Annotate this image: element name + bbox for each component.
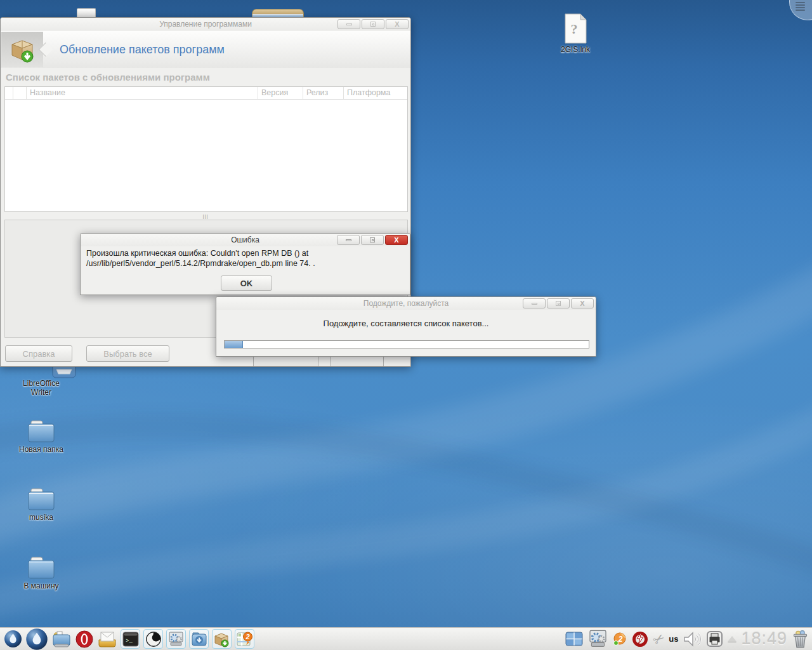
column-release[interactable]: Релиз [303,87,344,99]
plasma-toolbox-icon [796,2,805,12]
column-version[interactable]: Версия [258,87,303,99]
titlebar[interactable]: Ошибка X [81,234,410,246]
task-2gis[interactable]: 2 [235,629,254,649]
opera-browser-icon[interactable] [75,630,94,649]
window-title: Управление программами [159,20,252,29]
close-button[interactable]: X [385,235,408,245]
keyboard-layout-indicator[interactable]: us [669,634,678,644]
svg-text:2: 2 [245,633,249,640]
update-notifier-icon[interactable] [631,630,649,648]
page-title: Обновление пакетов программ [60,43,225,56]
folder-icon [14,419,69,444]
desktop-pager-icon[interactable] [565,632,583,646]
task-package-manager[interactable] [212,629,232,649]
maximize-button[interactable] [547,298,570,308]
file-manager-icon[interactable] [51,630,72,649]
header-chevron [39,43,53,57]
select-all-button[interactable]: Выбрать все [86,345,169,362]
print-manager-icon[interactable] [706,630,723,647]
close-button[interactable]: X [571,298,594,308]
close-button[interactable]: X [386,19,409,29]
splitter-handle[interactable]: ||| [1,213,410,219]
app-launcher-icon[interactable] [25,628,48,650]
background-icon-top-1 [77,8,96,17]
clipboard-scissors-icon[interactable]: ✂ [650,630,667,649]
volume-icon[interactable] [683,631,702,647]
window-header: Обновление пакетов программ [1,31,410,68]
progress-fill [225,341,243,348]
task-downloads-folder[interactable] [189,629,209,649]
folder-icon [14,555,69,581]
desktop-icon-new-folder[interactable]: Новая папка [14,419,69,454]
ok-button[interactable]: OK [221,275,272,291]
desktop-icon-label: 2GIS.lnk [548,46,603,55]
section-label: Список пакетов с обновлениями программ [6,72,210,83]
desktop-icon-label: Новая папка [14,446,69,454]
rosa-menu-icon[interactable] [4,630,22,648]
help-button[interactable]: Справка [5,345,72,362]
titlebar[interactable]: Подождите, пожалуйста X [216,297,596,310]
dialog-please-wait: Подождите, пожалуйста X Подождите, соста… [216,296,596,357]
mail-client-icon[interactable] [97,630,117,649]
error-message: Произошла критическая ошибка: Couldn't o… [86,249,407,269]
titlebar[interactable]: Управление программами X [1,18,410,30]
maximize-button[interactable] [361,235,384,245]
column-platform[interactable]: Платформа [344,87,407,99]
svg-text:2: 2 [617,635,622,644]
svg-text:>_: >_ [126,638,133,644]
minimize-button[interactable] [337,235,360,245]
tray-expander-icon[interactable] [728,636,737,642]
progress-bar [224,340,589,348]
desktop: ? 2GIS.lnk LibreOffice Writer Новая папк… [0,0,812,650]
presentation-settings-icon[interactable] [587,629,608,649]
dialog-title: Ошибка [231,235,259,244]
desktop-icon-2gis-lnk[interactable]: ? 2GIS.lnk [548,13,603,55]
column-checkbox[interactable] [5,87,13,99]
taskbar: >_ [0,627,812,650]
package-table[interactable]: Название Версия Релиз Платформа [4,86,408,212]
desktop-icon-label: musika [14,514,69,522]
dialog-error: Ошибка X Произошла критическая ошибка: C… [80,233,410,295]
task-firefox[interactable] [143,629,163,649]
trash-icon[interactable] [792,630,809,648]
svg-text:?: ? [571,21,578,37]
table-header: Название Версия Релиз Платформа [5,87,407,100]
desktop-icon-label: LibreOffice Writer [15,380,68,397]
background-icon-top-2 [252,9,304,17]
folder-icon [14,487,69,512]
unknown-file-icon: ? [548,13,603,44]
desktop-icon-musika[interactable]: musika [14,487,69,522]
minimize-button[interactable] [523,298,546,308]
package-update-icon [1,32,43,67]
task-control-center[interactable] [166,629,186,649]
column-name[interactable]: Название [27,87,258,99]
dialog-title: Подождите, пожалуйста [363,299,449,308]
desktop-icon-v-mashinu[interactable]: В машину [14,555,69,591]
minimize-button[interactable] [337,19,360,29]
wait-message: Подождите, составляется список пакетов..… [216,319,596,328]
clock[interactable]: 18:49 [741,629,787,649]
maximize-button[interactable] [362,19,384,29]
task-terminal[interactable]: >_ [121,629,140,649]
column-icon[interactable] [13,87,27,99]
desktop-icon-label: В машину [14,582,69,591]
2gis-updates-icon[interactable]: 2 [613,632,627,646]
